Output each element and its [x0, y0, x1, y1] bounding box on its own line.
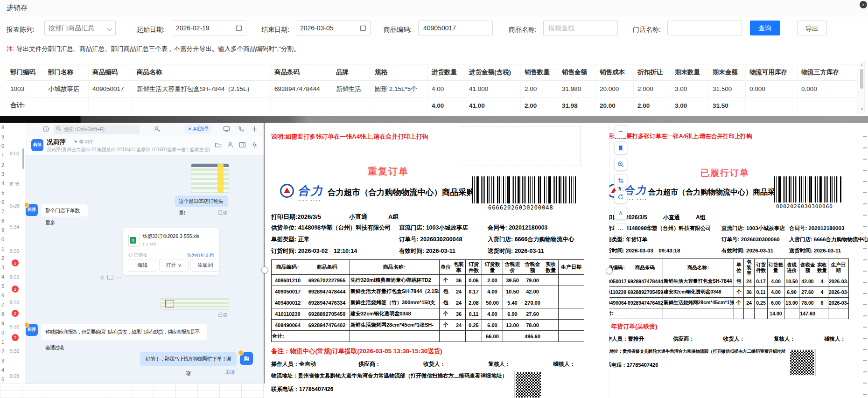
scrollbar-thumb[interactable] — [860, 69, 863, 89]
zoom-in-icon[interactable] — [614, 158, 627, 171]
doc-item-cell — [543, 320, 559, 331]
report-type-select[interactable]: 按部门商品汇总 — [44, 21, 116, 35]
doc-item-cell — [559, 297, 584, 308]
file-message-card[interactable]: X 华塑33订单2026.3.555.xls 1.2 MB ◎ 已查收 转为钉钉… — [123, 228, 219, 275]
page-edge-dashed-border — [461, 126, 581, 166]
gear-icon[interactable] — [251, 141, 258, 148]
row-number: 0 — [0, 141, 9, 151]
screen-share-icon[interactable] — [223, 126, 230, 133]
crop-icon[interactable] — [614, 174, 627, 187]
split-view-icon[interactable] — [239, 141, 246, 148]
report-header-cell[interactable]: 物流三方库存 — [798, 64, 858, 81]
report-total-cell: 2.00 — [521, 98, 558, 113]
profile-icon[interactable] — [227, 141, 234, 148]
report-header-cell[interactable]: 期末金额 — [709, 64, 746, 81]
query-button[interactable]: 查询 — [750, 21, 780, 35]
history-clock-icon[interactable] — [42, 126, 49, 133]
report-header-cell[interactable]: 进货数量 — [428, 64, 465, 81]
outgoing-message[interactable]: 好的！，那我马上找库控部帮忙下单！谢谢 — [140, 352, 237, 366]
taskbar-strip — [0, 116, 868, 123]
doc-item-cell: 10.50 — [784, 276, 799, 287]
contact-avatar[interactable]: 莉萍 — [31, 139, 43, 151]
item-code-label: 商品编码: — [384, 26, 412, 34]
close-icon[interactable]: × — [860, 1, 867, 8]
file-edit-button[interactable]: 编辑 — [128, 259, 157, 272]
report-cell: 41.000 — [465, 81, 521, 98]
incoming-avatar[interactable]: 莉萍 — [26, 324, 38, 336]
note-prefix: 注: — [7, 45, 14, 52]
doc-item-row: 4090500176928947478444新鲜生活大容量打包盒SH-7844（… — [272, 286, 584, 297]
rotate-icon[interactable] — [614, 190, 627, 203]
resize-handle[interactable] — [606, 267, 613, 274]
info-cell: 有效时间: 2026-03-11 — [399, 247, 488, 255]
file-add-to-button[interactable]: 添加到 — [190, 259, 220, 272]
doc-item-cell: 24 — [744, 276, 755, 287]
item-name-input[interactable] — [543, 21, 618, 35]
convert-to-doc-link[interactable]: 转为钉钉文档 — [187, 252, 214, 258]
incoming-avatar[interactable]: 莉萍 — [26, 204, 38, 216]
outgoing-message[interactable]: 这个是1105店打堆头量! — [175, 196, 228, 207]
incoming-message[interactable]: 你喊供应商报备，但是要确保门店有货卖，如果门店有缺货，供应商报备是不会通过哦 — [41, 324, 207, 340]
report-header-cell[interactable]: 部门名称 — [44, 64, 89, 81]
report-header-cell[interactable]: 销售成本 — [596, 64, 634, 81]
more-actions-icon[interactable]: … — [116, 273, 122, 279]
doc-item-cell: 新鲜生活烧烤签（竹）300mm*150支 — [350, 297, 440, 308]
report-header-cell[interactable]: 商品条码 — [271, 64, 332, 81]
flag-marker-icon[interactable] — [614, 141, 627, 154]
report-scrollbar[interactable]: ▲ — [859, 62, 865, 113]
text-annotation-icon[interactable]: A — [614, 207, 627, 220]
row-number: 2 — [0, 253, 9, 263]
chat-list-scrollbar[interactable] — [22, 148, 24, 169]
start-date-input[interactable]: 2026-02-19 — [172, 21, 246, 35]
calendar-icon[interactable] — [360, 25, 366, 31]
item-code-input[interactable] — [418, 21, 493, 35]
end-date-input[interactable]: 2026-03-05 — [296, 21, 371, 35]
more-tools-icon[interactable] — [614, 223, 627, 236]
report-header-cell[interactable]: 品牌 — [332, 64, 371, 81]
row-number: 0 — [0, 235, 9, 244]
doc-item-cell — [559, 320, 584, 331]
collapse-minus-icon[interactable] — [614, 125, 627, 138]
file-open-button[interactable]: 打开 ∨ — [159, 259, 189, 272]
report-header-cell[interactable]: 部门编码 — [7, 64, 44, 81]
doc2-table-total: 合计:14.00147.60 — [609, 308, 849, 319]
doc-col-header: 订货件数 — [755, 259, 768, 276]
phone-call-icon[interactable] — [238, 126, 245, 133]
excel-strip-image[interactable] — [161, 298, 229, 310]
scroll-up-icon[interactable]: ▲ — [859, 63, 864, 68]
excel-screenshot-image[interactable] — [191, 163, 229, 193]
report-header-cell[interactable]: 商品名称 — [133, 64, 271, 81]
folder-icon[interactable] — [215, 141, 222, 148]
report-header-cell[interactable]: 商品编码 — [89, 64, 133, 81]
report-header-cell[interactable]: 销售金额 — [558, 64, 596, 81]
doc2-stamp: 已履行订单 — [700, 167, 749, 179]
report-header-cell[interactable]: 物流可用库存 — [746, 64, 798, 81]
doc-item-cell: 新鲜生活烧烤网28cm*45cm*1张SH- — [663, 298, 734, 308]
store-name-input[interactable] — [667, 21, 742, 35]
search-input[interactable]: 搜索 (Ctrl+Shift+F) — [54, 125, 140, 134]
scroll-down-icon[interactable]: ▼ — [860, 107, 864, 112]
info-cell: 送货时间: 2026-03-11 — [488, 247, 544, 255]
calendar-icon[interactable] — [236, 25, 242, 31]
add-contact-icon[interactable] — [154, 126, 161, 133]
plus-icon[interactable] — [251, 126, 258, 133]
ai-assistant-button[interactable]: ✶ AI助理 — [184, 124, 211, 134]
doc2-ops-line: 操作人员：曹排升供应商：收货人：复核人：稽核人： — [609, 335, 846, 342]
report-header-cell[interactable]: 规格 — [371, 64, 428, 81]
export-button[interactable]: 导出 — [797, 21, 827, 35]
resize-handle[interactable] — [261, 266, 268, 273]
self-avatar[interactable]: 购 — [240, 352, 253, 365]
report-cell: 6928947478444 — [271, 81, 332, 98]
report-header-cell[interactable]: 销售数量 — [521, 64, 558, 81]
report-header-cell[interactable]: 进货金额(含税) — [465, 64, 521, 81]
print-channel: 小直通 — [349, 213, 367, 221]
emoji-react-icon[interactable]: ☺ — [99, 274, 105, 281]
reply-bubble-icon[interactable] — [107, 275, 113, 280]
report-table-row[interactable]: 1003小城故事店409050017新鲜生活大容量打包盒SH-7844（2.15… — [7, 81, 858, 98]
doc-item-cell: 39.50 — [503, 275, 522, 286]
contact-name[interactable]: 况莉萍 — [47, 138, 66, 147]
incoming-message[interactable]: 那个门店下单数量多 — [41, 204, 88, 216]
report-header-cell[interactable]: 折扣折让 — [634, 64, 671, 81]
report-header-cell[interactable]: 期末数量 — [671, 64, 709, 81]
ai-assistant-label: AI助理 — [193, 126, 208, 132]
